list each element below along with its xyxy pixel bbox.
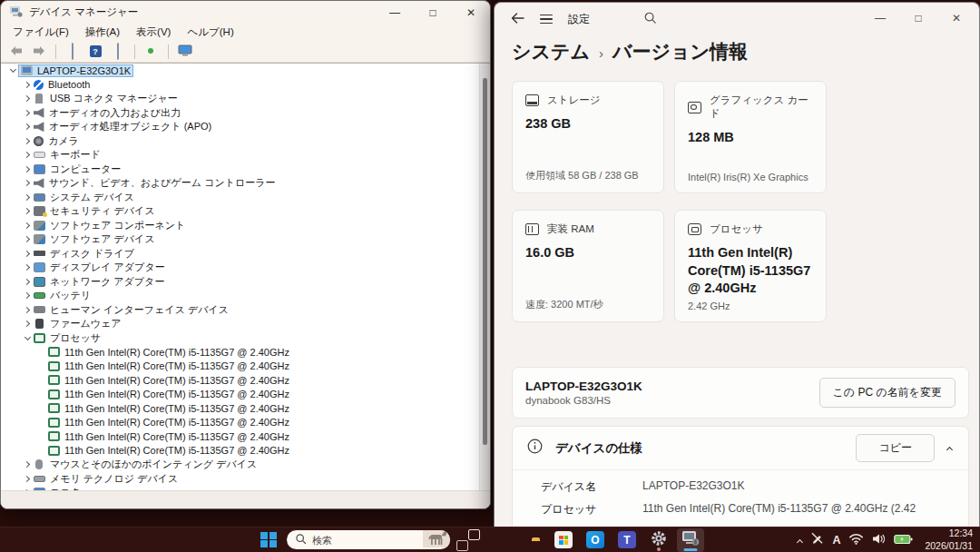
tree-item[interactable]: ファームウェア xyxy=(1,317,490,331)
tree-item[interactable]: USB コネクタ マネージャー xyxy=(1,92,490,106)
remote-monitor-button[interactable] xyxy=(176,43,194,61)
settings-button[interactable] xyxy=(645,528,672,552)
maximize-button[interactable]: □ xyxy=(414,1,452,24)
chevron-right-icon[interactable] xyxy=(21,153,34,157)
tree-item[interactable]: ディスク ドライブ xyxy=(1,247,490,261)
chevron-right-icon[interactable] xyxy=(21,195,34,200)
chevron-right-icon[interactable] xyxy=(21,280,34,284)
chevron-right-icon[interactable] xyxy=(21,462,34,467)
tree-item[interactable]: 11th Gen Intel(R) Core(TM) i5-1135G7 @ 2… xyxy=(1,401,490,416)
store-button[interactable] xyxy=(550,528,577,552)
close-button[interactable]: ✕ xyxy=(452,1,490,24)
taskbar-clock[interactable]: 12:342026/01/31 xyxy=(925,527,973,552)
selected-tree-item[interactable]: LAPTOP-E32G3O1K xyxy=(19,65,132,76)
tree-item[interactable]: 11th Gen Intel(R) Core(TM) i5-1135G7 @ 2… xyxy=(1,388,490,402)
tree-item[interactable]: メモリ テクノロジ デバイス xyxy=(1,472,490,487)
minimize-button[interactable]: — xyxy=(861,6,899,30)
tray-battery-button[interactable] xyxy=(894,532,913,548)
tree-item[interactable]: Bluetooth xyxy=(1,78,490,93)
chevron-right-icon[interactable] xyxy=(21,321,34,326)
maximize-button[interactable]: □ xyxy=(899,6,937,30)
minimize-button[interactable]: — xyxy=(376,1,414,24)
menu-item-1[interactable]: 操作(A) xyxy=(77,24,128,41)
collapse-chevron-icon[interactable] xyxy=(946,446,953,452)
tree-scrollbar[interactable] xyxy=(479,64,490,490)
tree-item[interactable]: サウンド、ビデオ、およびゲーム コントローラー xyxy=(1,176,490,191)
search-highlight-image[interactable] xyxy=(423,530,450,549)
tree-item[interactable]: LAPTOP-E32G3O1K xyxy=(1,64,490,78)
teams-button[interactable] xyxy=(613,528,641,552)
tree-item[interactable]: ディスプレイ アダプター xyxy=(1,261,490,275)
tree-item[interactable]: カメラ xyxy=(1,134,490,149)
tree-item[interactable]: システム デバイス xyxy=(1,191,490,205)
back-icon[interactable] xyxy=(511,11,524,27)
tray-expand-button[interactable] xyxy=(798,532,802,548)
file-explorer-button[interactable] xyxy=(518,528,545,552)
hamburger-menu-icon[interactable] xyxy=(540,15,553,25)
chevron-down-icon[interactable] xyxy=(21,337,34,340)
chevron-right-icon[interactable] xyxy=(21,96,34,101)
chevron-right-icon[interactable] xyxy=(21,167,34,172)
chevron-right-icon[interactable] xyxy=(21,237,34,242)
tray-wifi-button[interactable] xyxy=(848,532,864,548)
tree-item[interactable]: 11th Gen Intel(R) Core(TM) i5-1135G7 @ 2… xyxy=(1,416,490,430)
chevron-right-icon[interactable] xyxy=(21,293,34,298)
tree-item[interactable]: 11th Gen Intel(R) Core(TM) i5-1135G7 @ 2… xyxy=(1,373,490,388)
outlook-button[interactable] xyxy=(582,528,609,552)
rename-pc-button[interactable]: この PC の名前を変更 xyxy=(819,378,956,408)
back-button[interactable] xyxy=(7,43,25,61)
search-input[interactable] xyxy=(312,535,396,546)
taskbar-search-box[interactable] xyxy=(287,530,450,549)
chevron-right-icon[interactable] xyxy=(21,265,34,270)
tray-volume-button[interactable] xyxy=(872,532,886,548)
tree-item[interactable]: プロセッサ xyxy=(1,331,490,346)
chevron-right-icon[interactable] xyxy=(21,477,34,481)
tree-item[interactable]: ヒューマン インターフェイス デバイス xyxy=(1,303,490,318)
tree-item[interactable]: キーボード xyxy=(1,148,490,163)
start-button[interactable] xyxy=(255,528,282,552)
task-view-button[interactable] xyxy=(455,528,482,552)
chevron-right-icon[interactable] xyxy=(21,209,34,213)
spec-value: 11th Gen Intel(R) Core(TM) i5-1135G7 @ 2… xyxy=(642,502,916,518)
tree-item[interactable]: 11th Gen Intel(R) Core(TM) i5-1135G7 @ 2… xyxy=(1,444,490,458)
menu-item-0[interactable]: ファイル(F) xyxy=(5,24,77,41)
chevron-right-icon[interactable] xyxy=(21,308,34,312)
tree-item[interactable]: コンピューター xyxy=(1,163,490,177)
chevron-down-icon[interactable] xyxy=(6,69,19,72)
tree-item[interactable]: 11th Gen Intel(R) Core(TM) i5-1135G7 @ 2… xyxy=(1,345,490,360)
tree-item[interactable]: オーディオの入力および出力 xyxy=(1,106,490,121)
chevron-right-icon[interactable] xyxy=(21,83,34,87)
search-icon[interactable] xyxy=(643,11,657,28)
chevron-right-icon[interactable] xyxy=(21,111,34,115)
menu-item-2[interactable]: 表示(V) xyxy=(128,24,179,41)
tree-item[interactable]: 11th Gen Intel(R) Core(TM) i5-1135G7 @ 2… xyxy=(1,429,490,444)
chevron-right-icon[interactable] xyxy=(21,139,34,143)
help-button[interactable] xyxy=(86,43,104,61)
properties-button[interactable] xyxy=(109,43,127,61)
scan-hardware-button[interactable] xyxy=(142,43,161,61)
tree-item[interactable]: ソフトウェア コンポーネント xyxy=(1,219,490,233)
menu-item-3[interactable]: ヘルプ(H) xyxy=(179,24,241,41)
tree-item[interactable]: セキュリティ デバイス xyxy=(1,204,490,219)
chevron-right-icon[interactable] xyxy=(21,251,34,256)
tray-ime-button[interactable]: A xyxy=(832,534,840,547)
chevron-right-icon[interactable] xyxy=(21,223,34,228)
tree-item[interactable]: ソフトウェア デバイス xyxy=(1,232,490,247)
chevron-right-icon[interactable] xyxy=(21,124,34,129)
tray-pen-button[interactable] xyxy=(810,531,824,548)
chevron-right-icon[interactable] xyxy=(21,181,34,185)
console-window-button[interactable] xyxy=(64,43,82,61)
copy-button[interactable]: コピー xyxy=(856,434,935,462)
scrollbar-thumb[interactable] xyxy=(483,78,487,445)
tree-item[interactable]: 11th Gen Intel(R) Core(TM) i5-1135G7 @ 2… xyxy=(1,360,490,374)
device-manager-button[interactable] xyxy=(677,528,704,552)
breadcrumb-parent[interactable]: システム xyxy=(512,39,590,64)
forward-button[interactable] xyxy=(30,43,48,61)
tree-item[interactable]: ネットワーク アダプター xyxy=(1,275,490,290)
tree-item[interactable]: バッテリ xyxy=(1,289,490,303)
device-manager-titlebar[interactable]: デバイス マネージャー — □ ✕ xyxy=(1,1,490,24)
close-button[interactable]: ✕ xyxy=(937,6,975,30)
edge-button[interactable] xyxy=(486,528,514,552)
tree-item[interactable]: マウスとそのほかのポインティング デバイス xyxy=(1,458,490,472)
tree-item[interactable]: オーディオ処理オブジェクト (APO) xyxy=(1,120,490,134)
